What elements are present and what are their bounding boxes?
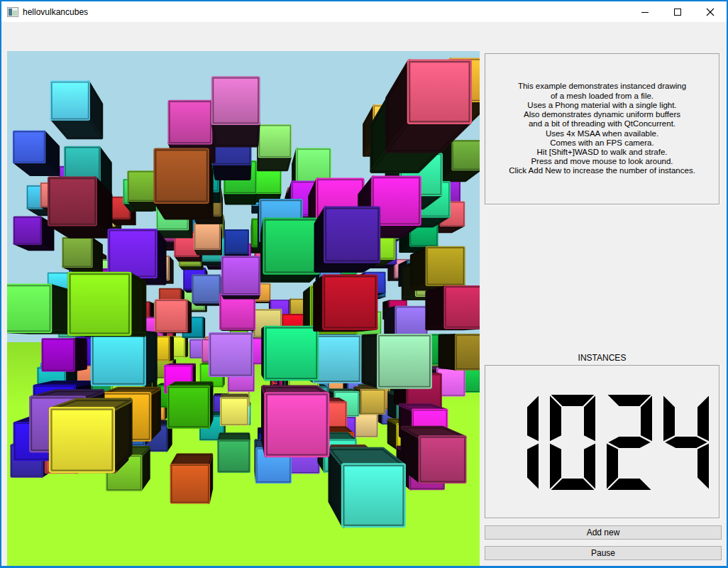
info-line: This example demonstrates instanced draw… [518, 82, 686, 91]
info-line: Hit [Shift+]WASD to walk and strafe. [537, 148, 668, 157]
minimize-icon [641, 8, 649, 16]
info-line: Press and move mouse to look around. [531, 157, 673, 166]
info-line: Uses a Phong material with a single ligh… [527, 101, 676, 110]
info-line: of a mesh loaded from a file. [551, 92, 653, 101]
info-box: This example demonstrates instanced draw… [485, 53, 719, 204]
info-line: and a bit of threading with QtConcurrent… [529, 119, 675, 129]
add-new-button[interactable]: Add new [485, 525, 722, 540]
info-line: Also demonstrates dynamic uniform buffer… [524, 110, 680, 119]
maximize-icon [673, 8, 682, 16]
close-icon [706, 8, 715, 16]
app-window: hellovulkancubes This example demonstrat… [0, 0, 728, 568]
info-line: Uses 4x MSAA when available. [546, 129, 658, 138]
window-controls [629, 1, 727, 22]
app-icon [7, 6, 18, 18]
window-title: hellovulkancubes [23, 7, 88, 17]
client-area: This example demonstrates instanced draw… [0, 22, 728, 568]
lcd-display [485, 365, 719, 518]
pause-button[interactable]: Pause [485, 546, 722, 560]
3d-viewport[interactable] [7, 51, 480, 568]
instances-label: INSTANCES [485, 353, 719, 363]
info-line: Click Add New to increase the number of … [509, 166, 695, 175]
maximize-button[interactable] [661, 1, 694, 22]
close-button[interactable] [694, 1, 727, 22]
title-bar[interactable]: hellovulkancubes [1, 1, 727, 22]
minimize-button[interactable] [629, 1, 661, 22]
info-line: Comes with an FPS camera. [550, 138, 653, 148]
